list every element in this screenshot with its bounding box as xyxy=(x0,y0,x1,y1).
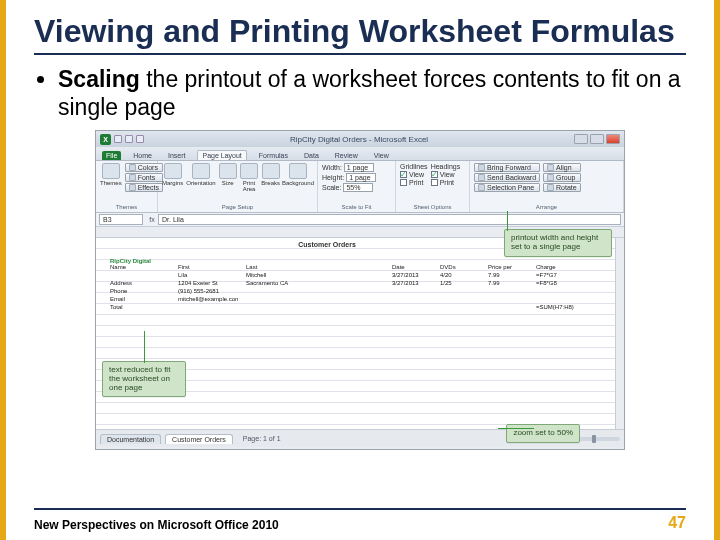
orientation-button[interactable]: Orientation xyxy=(186,163,215,192)
group-label-arrange: Arrange xyxy=(474,204,619,210)
effects-icon xyxy=(129,184,136,191)
group-label-scale: Scale to Fit xyxy=(322,204,391,210)
ribbon: Themes Colors Fonts Effects Themes Margi… xyxy=(96,161,624,213)
scale-field[interactable]: 55% xyxy=(343,183,373,192)
group-icon xyxy=(547,174,554,181)
breaks-button[interactable]: Breaks xyxy=(261,163,280,192)
sheet-tab-orders[interactable]: Customer Orders xyxy=(165,434,233,444)
bullet-bold: Scaling xyxy=(58,66,140,92)
group-label-themes: Themes xyxy=(100,204,153,210)
headings-view-check[interactable]: View xyxy=(431,171,461,178)
group-themes: Themes Colors Fonts Effects Themes xyxy=(96,161,158,212)
page-number: 47 xyxy=(668,514,686,532)
formula-field[interactable]: Dr. Lila xyxy=(158,214,621,225)
margins-icon xyxy=(164,163,182,179)
selection-pane-button[interactable]: Selection Pane xyxy=(474,183,540,192)
figure-wrap: X RipCity Digital Orders - Microsoft Exc… xyxy=(34,130,686,450)
size-icon xyxy=(219,163,237,179)
tab-view[interactable]: View xyxy=(370,151,393,160)
slide-footer: New Perspectives on Microsoft Office 201… xyxy=(34,508,686,532)
breaks-icon xyxy=(262,163,280,179)
worksheet[interactable]: Customer Orders RipCity Digital NameFirs… xyxy=(96,227,624,447)
gridlines-label: Gridlines xyxy=(400,163,428,170)
rotate-button[interactable]: Rotate xyxy=(543,183,581,192)
send-backward-icon xyxy=(478,174,485,181)
rotate-icon xyxy=(547,184,554,191)
callout-scale-to-fit: printout width and height set to a singl… xyxy=(504,229,612,257)
tab-home[interactable]: Home xyxy=(129,151,156,160)
print-area-icon xyxy=(240,163,258,179)
minimize-button[interactable] xyxy=(574,134,588,144)
background-button[interactable]: Background xyxy=(283,163,313,192)
group-sheet-options: Gridlines View Print Headings View Print… xyxy=(396,161,470,212)
doc-title: Customer Orders xyxy=(110,241,544,248)
checkbox-icon xyxy=(400,171,407,178)
callout-lead xyxy=(144,331,145,363)
orientation-icon xyxy=(192,163,210,179)
slide: Viewing and Printing Worksheet Formulas … xyxy=(0,0,720,540)
window-titlebar: X RipCity Digital Orders - Microsoft Exc… xyxy=(96,131,624,147)
group-label-page-setup: Page Setup xyxy=(162,204,313,210)
height-field[interactable]: 1 page xyxy=(346,173,376,182)
width-spin[interactable]: Width:1 page xyxy=(322,163,391,172)
vertical-scrollbar[interactable] xyxy=(615,238,624,429)
bullet-1: Scaling the printout of a worksheet forc… xyxy=(58,65,686,123)
tab-review[interactable]: Review xyxy=(331,151,362,160)
excel-icon: X xyxy=(100,134,111,145)
gridlines-view-check[interactable]: View xyxy=(400,171,428,178)
group-page-setup: Margins Orientation Size Print Area Brea… xyxy=(158,161,318,212)
footer-source: New Perspectives on Microsoft Office 201… xyxy=(34,518,279,532)
sheet-tab-documentation[interactable]: Documentation xyxy=(100,434,161,444)
tab-page-layout[interactable]: Page Layout xyxy=(197,150,246,160)
callout-lead xyxy=(507,211,508,231)
height-spin[interactable]: Height:1 page xyxy=(322,173,391,182)
checkbox-icon xyxy=(431,171,438,178)
margins-button[interactable]: Margins xyxy=(162,163,183,192)
bullet-rest: the printout of a worksheet forces conte… xyxy=(58,66,681,121)
size-button[interactable]: Size xyxy=(219,163,237,192)
data-grid: NameFirstLastDateDVDsPrice perCharge Lil… xyxy=(110,264,544,310)
checkbox-icon xyxy=(431,179,438,186)
qat-redo-icon[interactable] xyxy=(136,135,144,143)
headings-print-check[interactable]: Print xyxy=(431,179,461,186)
send-backward-button[interactable]: Send Backward xyxy=(474,173,540,182)
themes-button[interactable]: Themes xyxy=(100,163,122,192)
checkbox-icon xyxy=(400,179,407,186)
tab-insert[interactable]: Insert xyxy=(164,151,190,160)
fx-icon[interactable]: fx xyxy=(146,216,158,223)
page-indicator: Page: 1 of 1 xyxy=(243,435,281,442)
formula-bar: B3 fx Dr. Lila xyxy=(96,213,624,227)
callout-lead xyxy=(498,428,534,429)
bullet-list: Scaling the printout of a worksheet forc… xyxy=(34,65,686,123)
align-button[interactable]: Align xyxy=(543,163,581,172)
themes-icon xyxy=(102,163,120,179)
group-button[interactable]: Group xyxy=(543,173,581,182)
align-icon xyxy=(547,164,554,171)
bring-forward-button[interactable]: Bring Forward xyxy=(474,163,540,172)
background-icon xyxy=(289,163,307,179)
name-box[interactable]: B3 xyxy=(99,214,143,225)
tab-data[interactable]: Data xyxy=(300,151,323,160)
group-arrange: Bring Forward Send Backward Selection Pa… xyxy=(470,161,624,212)
print-area-button[interactable]: Print Area xyxy=(240,163,259,192)
close-button[interactable] xyxy=(606,134,620,144)
headings-label: Headings xyxy=(431,163,461,170)
qat-undo-icon[interactable] xyxy=(125,135,133,143)
width-field[interactable]: 1 page xyxy=(344,163,374,172)
gridlines-print-check[interactable]: Print xyxy=(400,179,428,186)
scale-spin[interactable]: Scale:55% xyxy=(322,183,391,192)
tab-formulas[interactable]: Formulas xyxy=(255,151,292,160)
tab-file[interactable]: File xyxy=(102,151,121,160)
fonts-icon xyxy=(129,174,136,181)
window-title: RipCity Digital Orders - Microsoft Excel xyxy=(290,135,428,144)
maximize-button[interactable] xyxy=(590,134,604,144)
colors-icon xyxy=(129,164,136,171)
slide-title: Viewing and Printing Worksheet Formulas xyxy=(34,14,686,55)
group-scale-to-fit: Width:1 page Height:1 page Scale:55% Sca… xyxy=(318,161,396,212)
zoom-slider[interactable] xyxy=(574,437,620,441)
selection-pane-icon xyxy=(478,184,485,191)
excel-window: X RipCity Digital Orders - Microsoft Exc… xyxy=(95,130,625,450)
bring-forward-icon xyxy=(478,164,485,171)
qat-save-icon[interactable] xyxy=(114,135,122,143)
ribbon-tabs: File Home Insert Page Layout Formulas Da… xyxy=(96,147,624,161)
